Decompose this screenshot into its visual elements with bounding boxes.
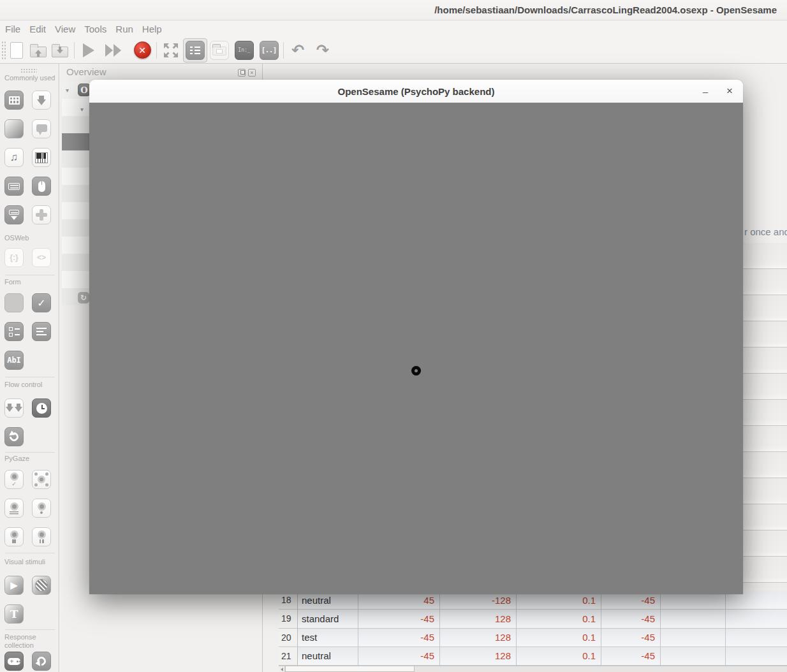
loop-table-hscrollbar[interactable] <box>279 666 787 672</box>
inline-html-item-icon[interactable]: <> <box>32 248 51 267</box>
pygaze-pause-item-icon[interactable] <box>32 527 51 546</box>
srbox-item-icon[interactable] <box>32 652 51 671</box>
loop-grid-row-edge <box>743 478 787 504</box>
empty-cell[interactable] <box>661 610 726 628</box>
loop-grid-row-edge <box>743 374 787 400</box>
menu-file[interactable]: File <box>5 24 26 34</box>
value-cell[interactable]: 128 <box>440 610 517 628</box>
empty-cell[interactable] <box>726 647 787 666</box>
text-item-icon[interactable]: T <box>4 604 24 624</box>
value-cell[interactable]: 128 <box>440 647 517 666</box>
new-experiment-button[interactable] <box>6 40 27 61</box>
form-text-input-item-icon[interactable]: AbI <box>4 351 24 370</box>
coroutines-item-icon[interactable] <box>4 398 24 418</box>
pygaze-start-recording-item-icon[interactable] <box>32 499 51 518</box>
overview-float-button[interactable] <box>238 69 246 77</box>
loop-summary-fragment: r once and 1 <box>744 226 787 239</box>
pygaze-stop-recording-item-icon[interactable] <box>4 527 24 546</box>
condition-cell[interactable]: standard <box>298 610 358 628</box>
loop-grid-row-edge <box>743 530 787 557</box>
section-divider <box>5 553 55 553</box>
loop-grid-right-edge <box>743 243 787 591</box>
form-consent-item-icon[interactable]: ✓ <box>32 293 51 312</box>
section-divider <box>5 377 55 377</box>
kill-experiment-button[interactable]: ✕ <box>132 40 152 61</box>
form-text-display-item-icon[interactable] <box>32 322 51 341</box>
repeat-cycle-item-icon[interactable] <box>4 427 24 446</box>
joystick-item-icon[interactable] <box>4 652 24 671</box>
minimize-button[interactable]: – <box>696 80 715 103</box>
empty-cell[interactable] <box>661 629 726 647</box>
show-variable-inspector-button[interactable]: [..] <box>259 40 279 61</box>
experiment-root-icon[interactable]: O <box>78 84 91 96</box>
value-cell[interactable]: 0.1 <box>517 629 601 647</box>
gabor-item-icon[interactable] <box>32 576 51 595</box>
loop-item-icon[interactable] <box>4 91 24 110</box>
debug-window-icon: In:_ <box>235 41 254 60</box>
menu-tools[interactable]: Tools <box>84 24 112 34</box>
inline-javascript-item-icon[interactable]: {:} <box>4 248 24 267</box>
sidebar-drag-handle[interactable] <box>20 68 37 73</box>
open-folder-icon <box>30 47 47 57</box>
tree-collapse-arrow[interactable]: ▾ <box>66 87 69 94</box>
mouse-response-item-icon[interactable] <box>32 177 51 196</box>
unused-items-bin-icon[interactable]: ↻ <box>78 292 89 303</box>
empty-cell[interactable] <box>726 610 787 628</box>
advance-delay-item-icon[interactable] <box>32 398 51 418</box>
condition-cell[interactable]: neutral <box>298 647 358 666</box>
show-debug-window-button[interactable]: In:_ <box>234 40 254 61</box>
menu-run[interactable]: Run <box>115 24 139 34</box>
scrollbar-thumb[interactable] <box>285 666 415 672</box>
value-cell[interactable]: 0.1 <box>517 610 601 628</box>
value-cell[interactable]: -45 <box>601 610 661 628</box>
section-label-pygaze: PyGaze <box>4 455 29 462</box>
condition-cell[interactable]: test <box>298 629 358 647</box>
undo-button[interactable]: ↶ <box>288 40 308 61</box>
keyboard-response-item-icon[interactable] <box>4 177 24 196</box>
scrollbar-left-arrow[interactable] <box>279 666 285 672</box>
pygaze-drift-correct-item-icon[interactable] <box>32 470 51 489</box>
toolbar-drag-handle[interactable] <box>1 41 6 60</box>
run-fullscreen-button[interactable] <box>78 40 99 61</box>
loop-grid-row-edge <box>743 321 787 347</box>
synth-item-icon[interactable] <box>32 148 51 167</box>
pygaze-init-item-icon[interactable]: ✓ <box>4 470 24 489</box>
logger-item-icon[interactable] <box>4 205 24 224</box>
value-cell[interactable]: -45 <box>358 647 440 666</box>
window-title: /home/sebastiaan/Downloads/CarrascoLingR… <box>434 4 777 15</box>
menu-view[interactable]: View <box>55 24 81 34</box>
overview-close-button[interactable]: × <box>248 69 256 77</box>
feedback-item-icon[interactable] <box>32 119 51 138</box>
redo-icon: ↷ <box>316 43 329 58</box>
redo-button[interactable]: ↷ <box>313 40 333 61</box>
value-cell[interactable]: -45 <box>601 629 661 647</box>
value-cell[interactable]: -45 <box>601 647 661 666</box>
close-button[interactable]: × <box>720 80 739 103</box>
value-cell[interactable]: 128 <box>440 629 517 647</box>
section-label-commonly-used: Commonly used <box>4 74 55 82</box>
open-experiment-button[interactable] <box>28 40 48 61</box>
tree-collapse-arrow[interactable]: ▾ <box>80 106 84 113</box>
overview-panel-title: Overview <box>66 66 107 77</box>
pygaze-log-item-icon[interactable] <box>4 499 24 518</box>
run-quickrun-button[interactable] <box>103 40 124 61</box>
show-overview-button[interactable] <box>183 38 207 62</box>
menu-edit[interactable]: Edit <box>29 24 52 34</box>
value-cell[interactable]: -45 <box>358 610 440 628</box>
media-player-item-icon[interactable]: ▶ <box>4 576 24 595</box>
save-experiment-button[interactable] <box>50 40 70 61</box>
menu-help[interactable]: Help <box>142 24 168 34</box>
fullscreen-mode-button[interactable] <box>161 40 181 61</box>
sketchpad-item-icon[interactable] <box>4 119 24 138</box>
value-cell[interactable]: -45 <box>358 629 440 647</box>
experiment-window-titlebar[interactable]: OpenSesame (PsychoPy backend) – × <box>89 80 743 103</box>
empty-cell[interactable] <box>661 647 726 666</box>
sampler-item-icon[interactable]: ♫ <box>4 148 24 167</box>
empty-cell[interactable] <box>726 629 787 647</box>
plugin-item-icon[interactable] <box>32 205 51 224</box>
sequence-item-icon[interactable] <box>32 91 51 110</box>
form-multiple-choice-item-icon[interactable] <box>4 322 24 341</box>
show-file-pool-button[interactable] <box>209 40 230 61</box>
value-cell[interactable]: 0.1 <box>517 647 601 666</box>
form-base-item-icon[interactable] <box>4 293 24 312</box>
